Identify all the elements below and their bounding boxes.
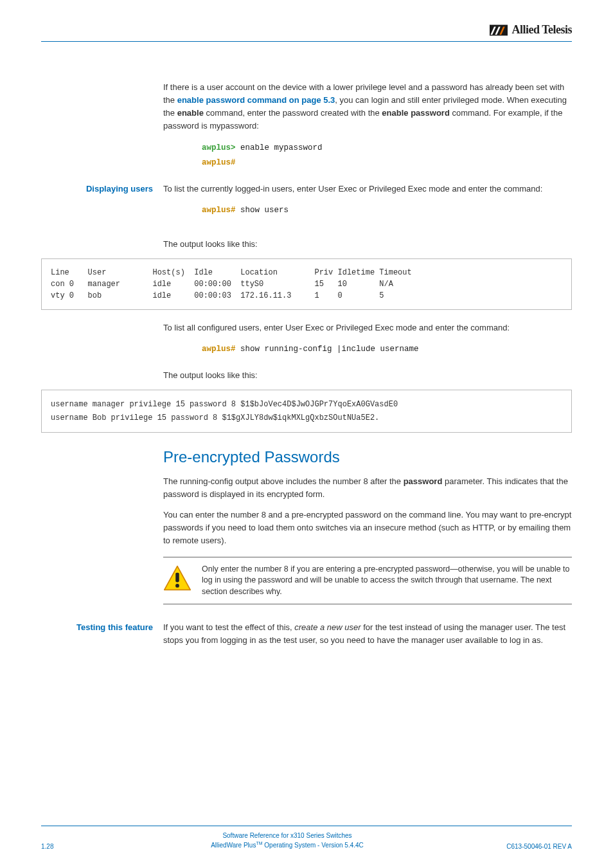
intro-paragraph: If there is a user account on the device…	[163, 81, 572, 133]
section-heading: Pre-encrypted Passwords	[163, 448, 572, 466]
show-users-output: Line User Host(s) Idle Location Priv Idl…	[41, 258, 572, 310]
terminal-example-3: awplus# show running-config |include use…	[202, 342, 572, 357]
page-number: 1.28	[41, 843, 93, 850]
testing-feature-text: If you want to test the effect of this, …	[163, 621, 572, 647]
svg-point-6	[175, 584, 179, 588]
prompt-privileged: awplus#	[202, 158, 236, 167]
displaying-users-label: Displaying users	[41, 183, 163, 195]
caution-text: Only enter the number 8 if you are enter…	[202, 564, 572, 598]
enable-password-link[interactable]: enable password command on page 5.3	[177, 95, 335, 105]
caution-box: Only enter the number 8 if you are enter…	[163, 557, 572, 605]
output-intro-2: The output looks like this:	[163, 369, 572, 382]
running-config-output: username manager privilege 15 password 8…	[41, 390, 572, 433]
prompt-user: awplus>	[202, 143, 236, 152]
output-intro-1: The output looks like this:	[163, 238, 572, 251]
terminal-example-2: awplus# show users	[202, 203, 572, 219]
footer-title: Software Reference for x310 Series Switc…	[93, 831, 482, 840]
testing-feature-label: Testing this feature	[41, 621, 163, 634]
svg-rect-5	[175, 572, 179, 582]
preenc-para-1: The running-config output above includes…	[163, 475, 572, 501]
page-footer: 1.28 Software Reference for x310 Series …	[41, 826, 572, 850]
list-configured-text: To list all configured users, enter User…	[163, 321, 572, 334]
prompt-privileged: awplus#	[202, 206, 236, 215]
footer-rule	[41, 826, 572, 826]
prompt-privileged: awplus#	[202, 345, 236, 354]
header-rule	[41, 41, 572, 42]
displaying-users-text: To list the currently logged-in users, e…	[163, 183, 572, 195]
allied-telesis-icon	[490, 24, 508, 36]
warning-icon	[163, 564, 191, 592]
preenc-para-2: You can enter the number 8 and a pre-enc…	[163, 509, 572, 547]
footer-version: AlliedWare PlusTM Operating System - Ver…	[93, 840, 482, 850]
terminal-example-1: awplus> enable mypassword awplus#	[202, 141, 572, 172]
brand-name: Allied Telesis	[511, 23, 572, 37]
brand-logo: Allied Telesis	[490, 23, 572, 37]
doc-revision: C613-50046-01 REV A	[482, 843, 572, 850]
